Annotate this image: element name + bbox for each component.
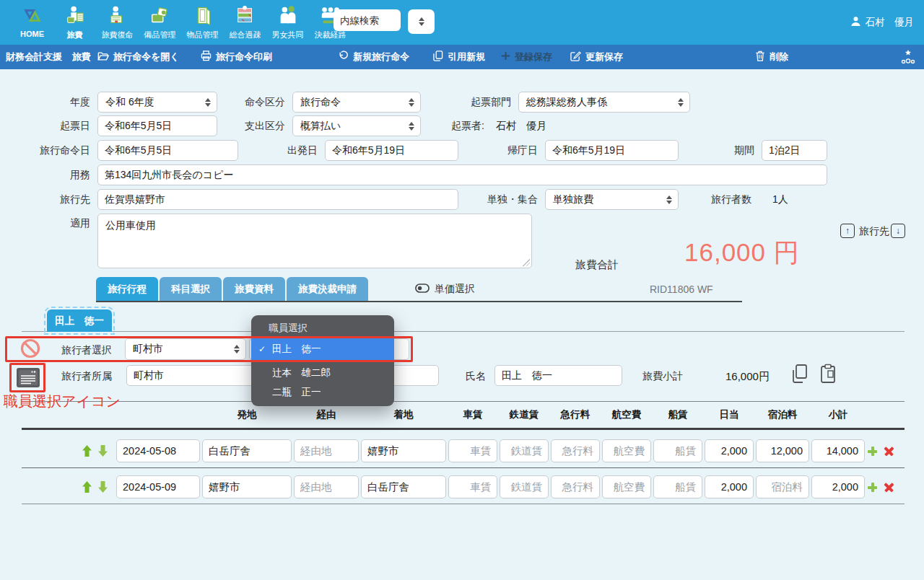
car-fare-input[interactable] — [448, 439, 497, 462]
lodging-input[interactable] — [756, 439, 809, 462]
app-label: 旅費 — [67, 30, 83, 40]
tab-ryoko-kotei[interactable]: 旅行行程 — [96, 277, 158, 301]
copy-icon[interactable] — [791, 364, 808, 387]
trash-icon — [755, 50, 765, 63]
app-bihin[interactable]: 備品管理 — [139, 4, 180, 40]
topbar-mini-select[interactable] — [408, 9, 435, 34]
app-fukumei[interactable]: 旅費復命 — [97, 4, 138, 40]
kihyo-bi-input[interactable] — [97, 115, 217, 136]
travel-dest-up-button[interactable]: ↑ — [840, 224, 855, 238]
header-shokei: 小計 — [811, 408, 865, 421]
cite-new-button[interactable]: 引用新規 — [433, 45, 485, 69]
app-home[interactable]: HOME — [12, 4, 53, 40]
tandoku-shugo-select[interactable]: 単独旅費 — [545, 189, 679, 210]
subtotal-input[interactable] — [811, 475, 865, 498]
row-up-icon[interactable] — [82, 481, 92, 493]
nendo-label: 年度 — [22, 96, 90, 109]
dropdown-item-nihei[interactable]: 二瓶 正一 — [251, 382, 394, 402]
app-sogo[interactable]: 総合過疎 — [225, 4, 266, 40]
nendo-select[interactable]: 令和 6年度 — [97, 92, 217, 113]
delete-button[interactable]: 削除 — [755, 45, 788, 69]
shimei-input[interactable] — [494, 365, 622, 386]
lodging-input[interactable] — [756, 475, 809, 498]
air-fare-input[interactable] — [602, 475, 651, 498]
update-save-button[interactable]: 更新保存 — [570, 45, 623, 69]
ship-fare-input[interactable] — [653, 475, 702, 498]
from-input[interactable] — [202, 439, 292, 462]
dropdown-title: 職員選択 — [269, 322, 308, 335]
daily-allowance-input[interactable] — [705, 475, 754, 498]
select-caret-icon — [419, 17, 424, 26]
open-travel-order-button[interactable]: 旅行命令を開く — [97, 45, 180, 69]
ship-fare-input[interactable] — [653, 439, 702, 462]
itinerary-row-1 — [82, 439, 899, 462]
via-input[interactable] — [294, 439, 359, 462]
dropdown-item-tsujimoto[interactable]: 辻本 雄二郎 — [251, 363, 394, 382]
meirei-kubun-select[interactable]: 旅行命令 — [292, 92, 421, 113]
favorites-route-icon[interactable] — [901, 45, 915, 69]
shuppatsu-bi-input[interactable] — [325, 140, 458, 161]
daily-allowance-input[interactable] — [705, 439, 754, 462]
print-travel-order-button[interactable]: 旅行命令印刷 — [201, 45, 272, 69]
register-save-button[interactable]: 登録保存 — [501, 45, 552, 69]
equipment-box-icon — [148, 4, 173, 28]
app-launcher: HOME 旅費 旅費復命 備品管理 — [12, 4, 351, 40]
ryohi-shokei-value: 16,000円 — [725, 370, 770, 384]
kicho-bi-label: 帰庁日 — [494, 144, 538, 157]
express-fare-input[interactable] — [551, 475, 600, 498]
yomu-input[interactable] — [97, 164, 827, 185]
traveler-tab[interactable]: 田上 徳一 — [47, 309, 112, 332]
app-danjo[interactable]: 男女共同 — [267, 4, 308, 40]
extension-search-input[interactable] — [334, 9, 401, 31]
kihyo-bumon-select[interactable]: 総務課総務人事係 — [518, 92, 690, 113]
kikan-input[interactable] — [762, 140, 827, 161]
traveler-shozoku-label: 旅行者所属 — [61, 370, 112, 383]
delete-row-icon[interactable] — [881, 479, 897, 494]
via-input[interactable] — [294, 475, 359, 498]
brand-ryohi[interactable]: 旅費 — [72, 45, 91, 69]
travel-dest-down-button[interactable]: ↓ — [891, 224, 905, 238]
tanka-sentaku-toggle[interactable]: 単価選択 — [415, 283, 475, 296]
table-header-line — [22, 428, 905, 430]
user-menu[interactable]: 石村 優月 — [850, 16, 915, 29]
meirei-bi-input[interactable] — [97, 140, 238, 161]
delete-row-icon[interactable] — [881, 443, 897, 458]
header-nitto: 日当 — [705, 408, 754, 421]
subtotal-input[interactable] — [811, 439, 865, 462]
detail-tabs: 旅行行程 科目選択 旅費資料 旅費決裁申請 — [96, 277, 368, 301]
shimei-label: 氏名 — [466, 370, 486, 383]
express-fare-input[interactable] — [551, 439, 600, 462]
shishutsu-kubun-select[interactable]: 概算払い — [292, 115, 421, 136]
tab-ryohi-shiryo[interactable]: 旅費資料 — [223, 277, 285, 301]
tekiyo-textarea[interactable]: 公用車使用 — [97, 214, 532, 268]
date-input[interactable] — [116, 475, 200, 498]
printer-icon — [201, 50, 212, 63]
brand-zaimu[interactable]: 財務会計支援 — [6, 45, 62, 69]
select-caret-icon — [205, 98, 211, 107]
rail-fare-input[interactable] — [500, 439, 549, 462]
app-ryohi[interactable]: 旅費 — [54, 4, 95, 40]
tab-ryohi-kessai[interactable]: 旅費決裁申請 — [287, 277, 368, 301]
air-fare-input[interactable] — [602, 439, 651, 462]
tab-kamoku-sentaku[interactable]: 科目選択 — [160, 277, 222, 301]
row-down-icon[interactable] — [98, 481, 108, 493]
traveler-select[interactable]: 町村市 — [125, 338, 246, 360]
to-input[interactable] — [361, 475, 446, 498]
rail-fare-input[interactable] — [500, 475, 549, 498]
car-fare-input[interactable] — [448, 475, 497, 498]
date-input[interactable] — [116, 439, 200, 462]
paste-icon[interactable] — [819, 364, 837, 387]
row-up-icon[interactable] — [82, 445, 92, 457]
to-input[interactable] — [361, 439, 446, 462]
dropdown-item-tagami[interactable]: ✓ 田上 徳一 — [251, 338, 394, 360]
row-down-icon[interactable] — [98, 445, 108, 457]
add-row-icon[interactable] — [867, 446, 878, 457]
app-buppin[interactable]: 物品管理 — [182, 4, 223, 40]
from-input[interactable] — [202, 475, 292, 498]
kicho-bi-input[interactable] — [545, 140, 679, 161]
tekiyo-label: 適用 — [22, 217, 90, 230]
new-travel-order-button[interactable]: 新規旅行命令 — [338, 45, 409, 69]
add-row-icon[interactable] — [867, 482, 878, 493]
ryoko-saki-input[interactable] — [97, 189, 458, 210]
employee-select-window-icon[interactable] — [16, 367, 40, 391]
